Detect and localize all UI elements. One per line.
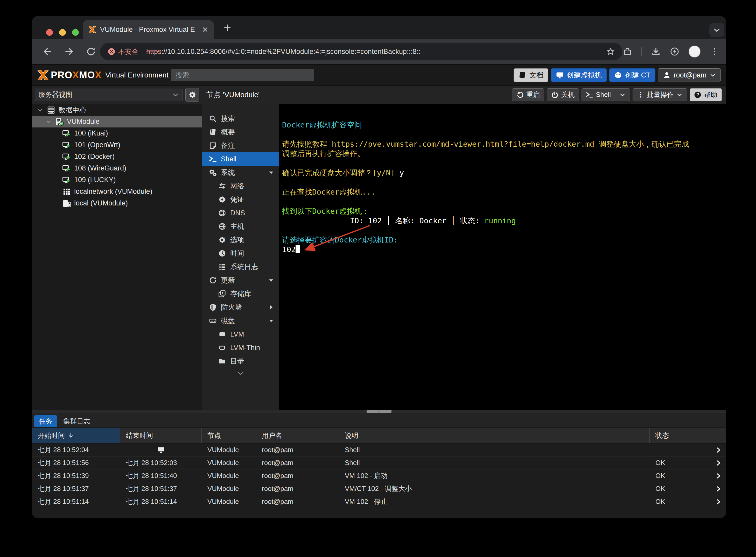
menu-item--[interactable]: 存储库 bbox=[202, 287, 279, 300]
performance-icon[interactable] bbox=[670, 47, 679, 56]
task-cell-start: 七月 28 10:51:37 bbox=[32, 484, 120, 493]
view-selector-combobox[interactable]: 服务器视图 bbox=[35, 89, 183, 101]
caret-down-icon bbox=[377, 410, 381, 413]
address-bar[interactable]: 不安全 https://10.10.10.254:8006/#v1:0:=nod… bbox=[100, 43, 622, 60]
column-header-0[interactable]: 开始时间 bbox=[32, 428, 120, 443]
menu-item--[interactable]: 网络 bbox=[202, 179, 279, 193]
task-tab-cluster-log[interactable]: 集群日志 bbox=[59, 415, 95, 427]
close-window-button[interactable] bbox=[46, 29, 53, 36]
row-detail-button[interactable] bbox=[711, 499, 726, 505]
task-cell-text: 七月 28 10:52:04 bbox=[38, 445, 89, 455]
collapse-handle[interactable] bbox=[367, 410, 391, 413]
task-cell-desc: VM 102 - 启动 bbox=[339, 471, 650, 480]
security-badge[interactable]: 不安全 bbox=[107, 47, 143, 56]
task-row[interactable]: 七月 28 10:51:37七月 28 10:51:37VUModuleroot… bbox=[32, 482, 726, 495]
menu-item--[interactable]: 备注 bbox=[202, 139, 279, 152]
shell-terminal[interactable]: Docker虚拟机扩容空间请先按照教程 https://pve.vumstar.… bbox=[279, 104, 726, 410]
create-vm-button[interactable]: 创建虚拟机 bbox=[551, 68, 607, 82]
new-tab-button[interactable] bbox=[223, 23, 232, 32]
column-header-3[interactable]: 用户名 bbox=[256, 428, 339, 443]
scroll-down-icon[interactable] bbox=[235, 370, 247, 377]
task-cell-text: OK bbox=[655, 472, 665, 480]
task-cell-text: OK bbox=[655, 498, 665, 506]
tree-settings-button[interactable] bbox=[185, 88, 199, 101]
column-header-2[interactable]: 节点 bbox=[202, 428, 256, 443]
shutdown-button[interactable]: 关机 bbox=[547, 88, 579, 101]
tree-item-localnetwork-vumodule-[interactable]: localnetwork (VUModule) bbox=[32, 186, 202, 197]
menu-item-lvm-thin[interactable]: LVM-Thin bbox=[202, 341, 279, 354]
forward-button[interactable] bbox=[64, 47, 74, 57]
menu-item--[interactable]: 主机 bbox=[202, 220, 279, 233]
menu-item--[interactable]: 目录 bbox=[202, 354, 279, 368]
row-detail-button[interactable] bbox=[711, 460, 726, 466]
tree-item-100-ikuai-[interactable]: 100 (iKuai) bbox=[32, 127, 202, 139]
tab-search-button[interactable] bbox=[709, 23, 724, 37]
tree-item-101-openwrt-[interactable]: 101 (OpenWrt) bbox=[32, 139, 202, 151]
task-row[interactable]: 七月 28 10:52:04VUModuleroot@pamShell bbox=[32, 443, 726, 457]
row-detail-button[interactable] bbox=[711, 447, 726, 453]
row-detail-button[interactable] bbox=[711, 473, 726, 479]
create-ct-button[interactable]: 创建 CT bbox=[609, 68, 655, 82]
cube-icon bbox=[614, 71, 622, 79]
column-header-label: 说明 bbox=[345, 431, 358, 440]
user-menu-button[interactable]: root@pam bbox=[658, 68, 721, 82]
menu-item-dns[interactable]: DNS bbox=[202, 206, 279, 220]
menu-item--[interactable]: 防火墙 bbox=[202, 300, 279, 314]
restart-button[interactable]: 重启 bbox=[512, 88, 544, 101]
menu-item--[interactable]: 搜索 bbox=[202, 112, 279, 125]
browser-tab[interactable]: VUModule - Proxmox Virtual E bbox=[83, 20, 214, 39]
task-cell-node: VUModule bbox=[202, 472, 256, 480]
tree-item-108-wireguard-[interactable]: 108 (WireGuard) bbox=[32, 163, 202, 174]
back-button[interactable] bbox=[43, 47, 52, 57]
menu-item--[interactable]: 时间 bbox=[202, 246, 279, 260]
extensions-icon[interactable] bbox=[623, 47, 632, 56]
tree-item--[interactable]: 数据中心 bbox=[32, 104, 202, 116]
chevron-right-icon bbox=[715, 460, 722, 466]
tree-item-109-lucky-[interactable]: 109 (LUCKY) bbox=[32, 174, 202, 186]
menu-item--[interactable]: 凭证 bbox=[202, 193, 279, 206]
chevron-down-icon[interactable] bbox=[619, 92, 625, 98]
menu-item-label: 搜索 bbox=[221, 114, 235, 123]
column-header-4[interactable]: 说明 bbox=[339, 428, 650, 443]
terminal-line: 请先按照教程 https://pve.vumstar.com/md-viewer… bbox=[282, 139, 726, 149]
reload-button[interactable] bbox=[86, 47, 96, 57]
search-input[interactable] bbox=[171, 69, 314, 81]
tree-item-vumodule[interactable]: VUModule bbox=[32, 116, 202, 127]
menu-item-shell[interactable]: Shell bbox=[202, 152, 279, 166]
bulk-actions-button[interactable]: 批量操作 bbox=[633, 88, 687, 101]
column-header-1[interactable]: 结束时间 bbox=[120, 428, 202, 443]
task-row[interactable]: 七月 28 10:51:14七月 28 10:51:14VUModuleroot… bbox=[32, 495, 726, 508]
row-detail-button[interactable] bbox=[711, 486, 726, 492]
menu-item-label: 存储库 bbox=[230, 289, 251, 298]
tab-close-icon[interactable] bbox=[202, 26, 208, 33]
task-cell-text: VUModule bbox=[207, 485, 239, 493]
terminal-line: 找到以下Docker虚拟机： bbox=[282, 206, 726, 216]
task-tab-tasks[interactable]: 任务 bbox=[34, 415, 57, 427]
task-row[interactable]: 七月 28 10:51:39七月 28 10:51:40VUModuleroot… bbox=[32, 469, 726, 482]
menu-item--[interactable]: 选项 bbox=[202, 233, 279, 246]
tree-item-102-docker-[interactable]: 102 (Docker) bbox=[32, 151, 202, 163]
task-row[interactable]: 七月 28 10:51:56七月 28 10:52:03VUModuleroot… bbox=[32, 457, 726, 469]
column-header-5[interactable]: 状态 bbox=[650, 428, 711, 443]
menu-item-lvm[interactable]: LVM bbox=[202, 327, 279, 341]
browser-menu-icon[interactable] bbox=[710, 47, 719, 56]
menu-item--[interactable]: 系统 bbox=[202, 166, 279, 179]
zoom-window-button[interactable] bbox=[72, 29, 79, 36]
profile-avatar[interactable] bbox=[689, 46, 701, 58]
tree-item-local-vumodule-[interactable]: local (VUModule) bbox=[32, 197, 202, 209]
task-cell-text: 七月 28 10:51:37 bbox=[38, 484, 89, 493]
terminal-text: 找到以下Docker虚拟机： bbox=[282, 207, 369, 215]
menu-item--[interactable]: 概要 bbox=[202, 125, 279, 139]
task-cell-text: 七月 28 10:51:56 bbox=[38, 458, 89, 467]
shell-split-button[interactable]: Shell bbox=[582, 88, 630, 101]
help-button[interactable]: ? 帮助 bbox=[690, 88, 722, 101]
docs-button[interactable]: 文档 bbox=[513, 68, 548, 82]
task-cell-text: VUModule bbox=[207, 498, 239, 506]
menu-item--[interactable]: 磁盘 bbox=[202, 314, 279, 327]
menu-item--[interactable]: 更新 bbox=[202, 273, 279, 287]
menu-item--[interactable]: 系统日志 bbox=[202, 260, 279, 273]
minimize-window-button[interactable] bbox=[59, 29, 66, 36]
bookmark-star-icon[interactable] bbox=[606, 47, 615, 56]
panel-splitter[interactable] bbox=[32, 410, 726, 413]
downloads-icon[interactable] bbox=[651, 47, 661, 56]
